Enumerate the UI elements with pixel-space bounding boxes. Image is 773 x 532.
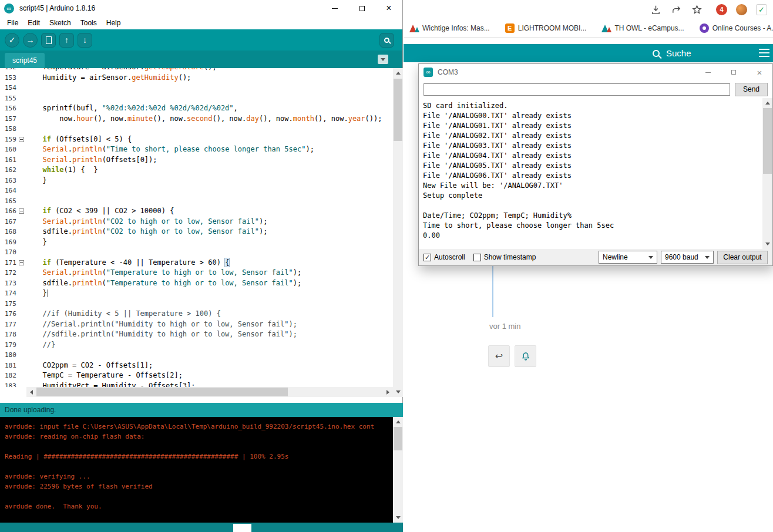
code-line[interactable]: 160 Serial.println("Time to short, pleas… — [0, 144, 393, 155]
menu-item-edit[interactable]: Edit — [23, 18, 45, 28]
code-line[interactable]: 164 — [0, 186, 393, 196]
open-button[interactable]: ↑ — [59, 33, 74, 48]
fold-icon[interactable] — [19, 137, 24, 142]
serial-output[interactable]: SD card initialized.File '/ANALOG00.TXT'… — [419, 98, 772, 249]
code-line[interactable]: 162 while(1) { } — [0, 165, 393, 176]
code-line[interactable]: 168 sdfile.println("CO2 to high or to lo… — [0, 227, 393, 237]
code-line[interactable]: 158 — [0, 124, 393, 134]
code-line[interactable]: 159 if (Offsets[0] < 5) { — [0, 134, 393, 145]
code-line[interactable]: 165 — [0, 196, 393, 207]
code-editor[interactable]: 152 Temperature = airSensor.getTemperatu… — [0, 68, 403, 397]
code-line[interactable]: 182 TempC = Temperature - Offsets[2]; — [0, 371, 393, 381]
tab-menu-button[interactable] — [378, 55, 388, 64]
code-line[interactable]: 167 Serial.println("CO2 to high or to lo… — [0, 217, 393, 227]
close-button[interactable]: × — [375, 0, 402, 16]
code-line[interactable]: 172 Serial.println("Temperature to high … — [0, 268, 393, 278]
code-line[interactable]: 170 — [0, 247, 393, 258]
code-line[interactable]: 179 //} — [0, 340, 393, 351]
scroll-down-button[interactable] — [762, 239, 772, 249]
line-number: 152 — [5, 68, 16, 73]
code-line[interactable]: 171 if (Temperature < -40 || Temperature… — [0, 258, 393, 268]
code-line[interactable]: 183 HumidityPct = Humidity - Offsets[3]; — [0, 381, 393, 388]
verify-button[interactable]: ✓ — [5, 33, 19, 48]
background-window-fragment — [233, 524, 251, 532]
scrollbar-thumb[interactable] — [36, 388, 288, 396]
menu-item-help[interactable]: Help — [102, 18, 126, 28]
code-line[interactable]: 156 sprintf(bufl, "%02d:%02d:%02d %02d/%… — [0, 103, 393, 114]
code-text: sdfile.println("CO2 to high or to low, S… — [27, 227, 267, 237]
scroll-right-button[interactable] — [383, 387, 393, 397]
clear-output-button[interactable]: Clear output — [717, 251, 768, 264]
serial-scrollbar[interactable] — [762, 98, 772, 249]
code-line[interactable]: 161 Serial.println(Offsets[0]); — [0, 155, 393, 166]
show-timestamp-checkbox[interactable]: Show timestamp — [473, 253, 536, 261]
favorite-star-icon[interactable] — [691, 4, 703, 15]
code-line[interactable]: 174 } — [0, 288, 393, 299]
reply-button[interactable]: ↩ — [488, 345, 510, 367]
menu-item-sketch[interactable]: Sketch — [45, 18, 76, 28]
scroll-up-button[interactable] — [762, 98, 772, 108]
scrollbar-thumb[interactable] — [763, 108, 772, 174]
code-line[interactable]: 157 now.hour(), now.minute(), now.second… — [0, 114, 393, 124]
code-area[interactable]: 152 Temperature = airSensor.getTemperatu… — [0, 68, 393, 387]
profile-avatar[interactable] — [736, 4, 747, 15]
scroll-up-button[interactable] — [393, 417, 403, 427]
baud-rate-select[interactable]: 9600 baud — [661, 251, 714, 264]
line-ending-select[interactable]: Newline — [599, 251, 657, 264]
menu-icon[interactable] — [759, 48, 769, 58]
maximize-button[interactable] — [348, 0, 375, 16]
download-icon[interactable] — [650, 4, 661, 15]
minimize-button[interactable] — [321, 0, 348, 16]
autoscroll-checkbox[interactable]: ✓ Autoscroll — [424, 253, 465, 261]
minimize-button[interactable] — [695, 64, 721, 80]
upload-button[interactable]: → — [23, 33, 38, 48]
extension-badge-icon[interactable]: 4 — [716, 4, 727, 15]
fold-icon[interactable] — [19, 260, 24, 265]
site-search[interactable]: Suche — [653, 44, 691, 62]
code-line[interactable]: 163 } — [0, 176, 393, 186]
console-scrollbar[interactable] — [393, 417, 403, 523]
code-line[interactable]: 166 if (CO2 < 399 || CO2 > 10000) { — [0, 206, 393, 217]
line-number: 159 — [5, 134, 16, 145]
security-check-icon[interactable]: ✓ — [756, 4, 767, 15]
code-line[interactable]: 154 — [0, 83, 393, 93]
menu-item-file[interactable]: File — [2, 18, 23, 28]
scroll-down-button[interactable] — [393, 513, 403, 523]
code-line[interactable]: 176 //if (Humidity < 5 || Temperature > … — [0, 309, 393, 319]
code-line[interactable]: 152 Temperature = airSensor.getTemperatu… — [0, 68, 393, 73]
code-line[interactable]: 178 //sdfile.println("Humidity to high o… — [0, 329, 393, 340]
save-button[interactable]: ↓ — [78, 33, 92, 48]
notification-bell-button[interactable] — [515, 345, 536, 367]
scrollbar-thumb[interactable] — [394, 79, 402, 141]
menu-item-tools[interactable]: Tools — [76, 18, 102, 28]
tab-script45[interactable]: script45 — [5, 53, 45, 68]
editor-vscrollbar[interactable] — [393, 68, 403, 397]
serial-input[interactable] — [424, 83, 730, 96]
bookmark-item[interactable]: Wichtige Infos: Mas... — [409, 23, 490, 33]
bookmark-item[interactable]: ELIGHTROOM MOBI... — [505, 23, 587, 33]
code-line[interactable]: 169 } — [0, 237, 393, 248]
code-line[interactable]: 181 CO2ppm = CO2 - Offsets[1]; — [0, 361, 393, 371]
code-line[interactable]: 173 sdfile.println("Temperature to high … — [0, 278, 393, 289]
code-line[interactable]: 175 — [0, 299, 393, 309]
new-sketch-button[interactable] — [41, 33, 56, 48]
fold-icon[interactable] — [19, 208, 24, 214]
scroll-down-button[interactable] — [393, 387, 403, 397]
scroll-left-button[interactable] — [26, 387, 36, 397]
bookmark-item[interactable]: TH OWL - eCampus... — [601, 23, 684, 33]
code-line[interactable]: 180 — [0, 350, 393, 361]
send-button[interactable]: Send — [735, 83, 768, 96]
code-line[interactable]: 155 — [0, 93, 393, 104]
editor-hscrollbar[interactable] — [26, 387, 393, 397]
share-icon[interactable] — [670, 4, 682, 15]
code-token: . — [68, 156, 72, 164]
scrollbar-thumb[interactable] — [394, 427, 402, 450]
bookmark-item[interactable]: Online Courses - A... — [700, 23, 773, 33]
close-button[interactable]: × — [747, 64, 772, 80]
console-panel[interactable]: avrdude: input file C:\Users\ASUS\AppDat… — [0, 417, 403, 523]
code-line[interactable]: 177 //Serial.println("Humidity to high o… — [0, 319, 393, 330]
scroll-up-button[interactable] — [393, 68, 403, 78]
serial-monitor-button[interactable] — [379, 33, 394, 48]
maximize-button[interactable] — [721, 64, 747, 80]
code-line[interactable]: 153 Humidity = airSensor.getHumidity(); — [0, 73, 393, 83]
